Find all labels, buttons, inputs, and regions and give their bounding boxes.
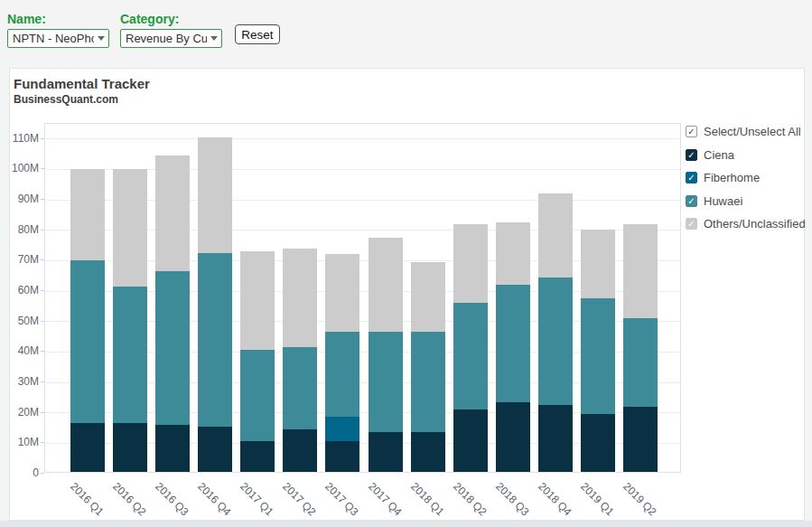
- y-tick-mark: [41, 321, 44, 322]
- category-select[interactable]: Revenue By Custo: [120, 29, 222, 48]
- y-tick-mark: [41, 473, 44, 474]
- bar-segment-others-unclassified[interactable]: [538, 193, 573, 278]
- x-tick-label: 2019 Q2: [621, 480, 659, 518]
- bar-2018-Q3: [496, 122, 530, 472]
- chevron-down-icon: [98, 36, 105, 41]
- bar-segment-others-unclassified[interactable]: [325, 254, 359, 332]
- name-select[interactable]: NPTN - NeoPhoto: [7, 29, 109, 48]
- legend-item-select-all[interactable]: ✓Select/Unselect All: [686, 120, 806, 144]
- bar-segment-ciena[interactable]: [581, 414, 615, 472]
- x-tick-label: 2018 Q4: [536, 480, 574, 518]
- bar-segment-others-unclassified[interactable]: [283, 249, 317, 347]
- name-select-value: NPTN - NeoPhoto: [13, 32, 94, 45]
- y-tick-mark: [41, 259, 44, 260]
- bar-segment-others-unclassified[interactable]: [70, 169, 105, 260]
- checkbox-checked-icon[interactable]: ✓: [686, 126, 697, 137]
- bar-segment-others-unclassified[interactable]: [369, 238, 403, 332]
- bar-segment-others-unclassified[interactable]: [113, 169, 147, 287]
- bar-segment-ciena[interactable]: [496, 402, 530, 472]
- checkbox-checked-icon[interactable]: ✓: [686, 172, 697, 184]
- bar-segment-ciena[interactable]: [411, 432, 445, 472]
- chart-panel: Fundamental Tracker BusinessQuant.com ✓S…: [9, 68, 805, 521]
- bar-segment-ciena[interactable]: [198, 427, 232, 472]
- legend-label: Fiberhome: [704, 171, 760, 184]
- bar-2017-Q1: [240, 122, 275, 472]
- bar-2019-Q2: [623, 122, 658, 472]
- bar-segment-huwaei[interactable]: [623, 318, 658, 407]
- bar-segment-ciena[interactable]: [240, 441, 275, 472]
- bar-2016-Q2: [113, 122, 147, 472]
- bar-segment-ciena[interactable]: [113, 423, 147, 472]
- bar-segment-huwaei[interactable]: [155, 271, 190, 425]
- bar-segment-others-unclassified[interactable]: [198, 137, 232, 253]
- page-subtitle: BusinessQuant.com: [14, 93, 118, 106]
- y-tick-label: 80M: [8, 223, 39, 236]
- page-title: Fundamental Tracker: [14, 76, 150, 91]
- bar-segment-others-unclassified[interactable]: [155, 155, 190, 271]
- bar-segment-fiberhome[interactable]: [325, 417, 359, 441]
- bar-segment-huwaei[interactable]: [581, 298, 615, 414]
- x-tick-label: 2019 Q1: [578, 480, 616, 518]
- bar-segment-huwaei[interactable]: [411, 332, 445, 432]
- page-footer-strip: [0, 521, 812, 527]
- chevron-down-icon: [210, 36, 218, 41]
- bar-segment-others-unclassified[interactable]: [411, 262, 445, 332]
- legend-item-fiberhome[interactable]: ✓Fiberhome: [686, 166, 806, 190]
- x-tick-label: 2018 Q1: [408, 480, 446, 518]
- plot-area: [44, 123, 681, 473]
- bar-segment-ciena[interactable]: [70, 423, 105, 472]
- bar-segment-others-unclassified[interactable]: [623, 224, 658, 318]
- bar-segment-huwaei[interactable]: [325, 332, 359, 417]
- filter-toolbar: Name: NPTN - NeoPhoto Category: Revenue …: [0, 0, 812, 61]
- bar-segment-huwaei[interactable]: [113, 287, 147, 423]
- bar-segment-huwaei[interactable]: [70, 260, 105, 423]
- chart-legend: ✓Select/Unselect All✓Ciena✓Fiberhome✓Huw…: [686, 120, 806, 236]
- bar-segment-huwaei[interactable]: [538, 278, 573, 405]
- reset-button[interactable]: Reset: [235, 24, 280, 44]
- bar-segment-others-unclassified[interactable]: [496, 222, 530, 285]
- bar-segment-huwaei[interactable]: [240, 350, 275, 441]
- y-tick-label: 50M: [8, 315, 39, 327]
- category-select-value: Revenue By Custo: [126, 32, 207, 45]
- x-tick-label: 2016 Q2: [110, 480, 148, 518]
- x-tick-label: 2017 Q1: [238, 480, 275, 518]
- y-tick-label: 30M: [8, 375, 39, 388]
- legend-label: Huwaei: [704, 194, 742, 208]
- bar-segment-ciena[interactable]: [155, 425, 190, 472]
- y-tick-label: 0: [8, 466, 39, 479]
- x-tick-label: 2016 Q4: [195, 480, 233, 518]
- checkbox-checked-icon[interactable]: ✓: [686, 195, 697, 207]
- bar-segment-huwaei[interactable]: [496, 285, 530, 402]
- y-tick-label: 100M: [8, 162, 39, 174]
- bar-segment-others-unclassified[interactable]: [240, 251, 275, 350]
- x-tick-label: 2017 Q4: [366, 480, 404, 518]
- y-tick-mark: [41, 230, 44, 231]
- checkbox-checked-icon[interactable]: ✓: [686, 149, 697, 161]
- y-tick-mark: [41, 168, 44, 169]
- x-tick-label: 2016 Q3: [153, 480, 191, 518]
- legend-label: Others/Unclassified: [704, 217, 806, 231]
- bar-segment-ciena[interactable]: [369, 432, 403, 472]
- bar-segment-huwaei[interactable]: [283, 347, 317, 429]
- x-tick-label: 2017 Q2: [280, 480, 318, 518]
- bar-segment-ciena[interactable]: [538, 405, 573, 472]
- bar-segment-ciena[interactable]: [283, 429, 317, 472]
- bar-segment-huwaei[interactable]: [198, 253, 232, 427]
- bar-segment-ciena[interactable]: [623, 407, 658, 472]
- bar-2017-Q4: [369, 122, 403, 472]
- legend-item-others-unclassified[interactable]: ✓Others/Unclassified: [686, 212, 806, 236]
- checkbox-checked-icon[interactable]: ✓: [686, 218, 697, 230]
- bar-segment-huwaei[interactable]: [369, 332, 403, 432]
- legend-item-huwaei[interactable]: ✓Huwaei: [686, 190, 806, 213]
- bar-segment-others-unclassified[interactable]: [453, 224, 488, 303]
- category-label: Category:: [120, 12, 222, 26]
- bar-2016-Q3: [155, 122, 190, 472]
- y-tick-mark: [41, 290, 44, 291]
- bar-segment-others-unclassified[interactable]: [581, 230, 615, 298]
- bar-segment-ciena[interactable]: [325, 441, 359, 472]
- y-tick-mark: [41, 351, 44, 352]
- bar-segment-ciena[interactable]: [453, 409, 488, 472]
- bar-segment-huwaei[interactable]: [453, 303, 488, 409]
- name-filter-group: Name: NPTN - NeoPhoto: [7, 12, 109, 48]
- legend-item-ciena[interactable]: ✓Ciena: [686, 144, 806, 167]
